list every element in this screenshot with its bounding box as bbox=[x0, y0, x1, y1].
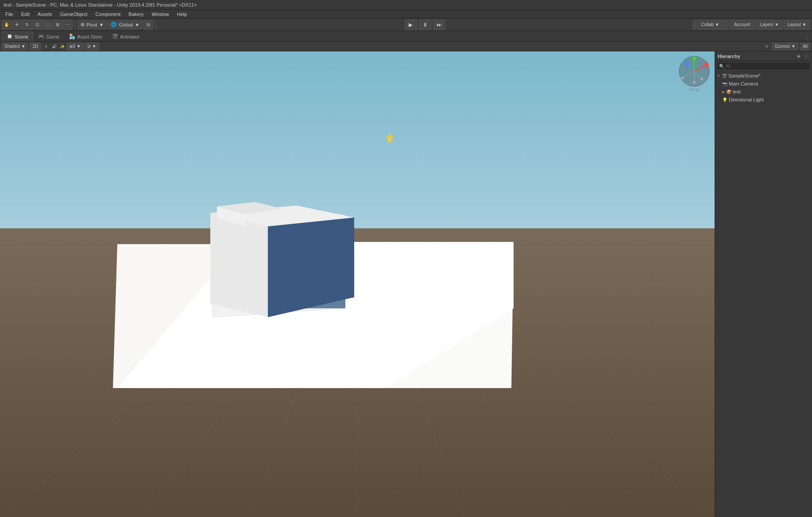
dimension-dropdown[interactable]: 2D bbox=[30, 43, 41, 51]
transform-tools: ✋ ✛ ↻ ⊡ ⬚ ⊞ ⋯ bbox=[2, 20, 73, 30]
hier-item-directional-light[interactable]: 💡 Directional Light bbox=[715, 96, 812, 104]
light-icon: 💡 bbox=[722, 97, 727, 102]
scene-fx-btn[interactable]: ✨ bbox=[58, 43, 66, 50]
title-bar: test - SampleScene - PC, Mac & Linux Sta… bbox=[0, 0, 812, 10]
gizmos-arrow: ▼ bbox=[791, 44, 796, 49]
layers-button[interactable]: Layers ▼ bbox=[756, 20, 783, 30]
sep2 bbox=[155, 20, 156, 29]
scene-viewport[interactable]: ✦ ☀ Z Y X bbox=[0, 51, 715, 517]
scene-audio-btn[interactable]: 🔊 bbox=[50, 43, 58, 50]
scene-toolbar: Shaded ▼ 2D ☀ 🔊 ✨ ⊕0▼ ⊘▼ ✕ Gizmos ▼ All bbox=[0, 42, 812, 51]
tool-custom[interactable]: ⋯ bbox=[63, 20, 73, 30]
menu-assets[interactable]: Assets bbox=[34, 11, 56, 18]
svg-text:X: X bbox=[705, 60, 708, 64]
menu-component[interactable]: Component bbox=[92, 11, 124, 18]
hierarchy-menu-btn[interactable]: ⋮ bbox=[802, 53, 809, 60]
global-dropdown[interactable]: 🌐 Global ▼ bbox=[108, 20, 143, 29]
game-tab-icon: 🎮 bbox=[38, 34, 44, 39]
hier-item-samplescene[interactable]: ▼ 🎬 SampleScene* bbox=[715, 72, 812, 80]
tool-transform[interactable]: ⊞ bbox=[53, 20, 62, 30]
all-dropdown[interactable]: All bbox=[800, 43, 810, 51]
hier-item-main-camera[interactable]: 📷 Main Camera bbox=[715, 80, 812, 88]
collab-button[interactable]: Collab ▼ bbox=[692, 20, 728, 30]
game-tab-label: Game bbox=[46, 34, 59, 39]
scene-icon: 🎬 bbox=[722, 74, 727, 78]
hierarchy-tree: ▼ 🎬 SampleScene* 📷 Main Camera ▶ 📦 test … bbox=[715, 71, 812, 517]
hierarchy-add-btn[interactable]: + bbox=[797, 53, 800, 60]
gizmos-label: Gizmos bbox=[775, 44, 790, 49]
svg-point-47 bbox=[681, 77, 684, 79]
global-icon: 🌐 bbox=[111, 22, 117, 27]
svg-text:Y: Y bbox=[693, 55, 696, 58]
layout-button[interactable]: Layout ▼ bbox=[784, 20, 810, 30]
svg-text:☀: ☀ bbox=[385, 135, 394, 147]
menu-window[interactable]: Window bbox=[148, 11, 173, 18]
hierarchy-header: Hierarchy + ⋮ bbox=[715, 51, 812, 61]
shading-dropdown[interactable]: Shaded ▼ bbox=[2, 43, 28, 51]
pivot-dropdown[interactable]: ⊕ Pivot ▼ bbox=[77, 20, 107, 29]
tab-game[interactable]: 🎮 Game bbox=[33, 31, 64, 41]
account-button[interactable]: Account bbox=[729, 20, 755, 30]
tab-scene[interactable]: 🔲 Scene bbox=[2, 31, 33, 41]
title-text: test - SampleScene - PC, Mac & Linux Sta… bbox=[4, 2, 197, 8]
hier-item-test[interactable]: ▶ 📦 test bbox=[715, 88, 812, 96]
animator-tab-icon: 🎬 bbox=[112, 34, 118, 39]
toolbar-right: Collab ▼ Account Layers ▼ Layout ▼ bbox=[692, 20, 810, 30]
menu-edit[interactable]: Edit bbox=[18, 11, 33, 18]
tab-animator[interactable]: 🎬 Animator bbox=[107, 31, 144, 41]
asset-store-tab-label: Asset Store bbox=[77, 34, 102, 39]
gizmos-dropdown[interactable]: Gizmos ▼ bbox=[772, 43, 798, 51]
scene-tab-label: Scene bbox=[15, 34, 28, 39]
global-arrow: ▼ bbox=[135, 22, 139, 27]
main-layout: ✦ ☀ Z Y X bbox=[0, 51, 812, 517]
asset-store-tab-icon: 🏪 bbox=[69, 34, 75, 39]
extra-tool[interactable]: ⊟ bbox=[143, 20, 153, 30]
gizmo-svg: Z Y X bbox=[678, 55, 711, 88]
hierarchy-search-placeholder: All bbox=[726, 64, 731, 69]
animator-tab-label: Animator bbox=[120, 34, 139, 39]
scene-tab-icon: 🔲 bbox=[7, 34, 13, 39]
tool-scale[interactable]: ⊡ bbox=[32, 20, 42, 30]
scene-extra2-dropdown[interactable]: ⊘▼ bbox=[85, 43, 99, 51]
camera-icon: 📷 bbox=[722, 82, 727, 86]
hierarchy-header-btns: + ⋮ bbox=[797, 53, 809, 60]
scene-view-controls: ☀ 🔊 ✨ ⊕0▼ ⊘▼ bbox=[43, 43, 99, 51]
tool-hand[interactable]: ✋ bbox=[2, 20, 12, 30]
test-arrow: ▶ bbox=[722, 90, 725, 94]
tool-rect[interactable]: ⬚ bbox=[43, 20, 52, 30]
play-controls: ▶ ⏸ ⏭ bbox=[158, 19, 692, 30]
all-label: All bbox=[803, 44, 808, 49]
svg-marker-26 bbox=[210, 213, 268, 317]
scene-toolbar-right: ✕ Gizmos ▼ All bbox=[763, 43, 810, 51]
svg-text:Z: Z bbox=[684, 59, 686, 63]
svg-point-45 bbox=[693, 81, 696, 84]
test-icon: 📦 bbox=[726, 89, 731, 94]
menu-help[interactable]: Help bbox=[174, 11, 191, 18]
hier-test-label: test bbox=[733, 89, 741, 94]
shading-label: Shaded bbox=[4, 44, 19, 49]
pivot-arrow: ▼ bbox=[99, 22, 104, 27]
expand-arrow: ▼ bbox=[717, 74, 720, 78]
menu-bar: File Edit Assets GameObject Component Ba… bbox=[0, 10, 812, 19]
shading-arrow: ▼ bbox=[21, 44, 25, 49]
pause-button[interactable]: ⏸ bbox=[419, 19, 431, 30]
scene-light-btn[interactable]: ☀ bbox=[43, 43, 50, 50]
scene-extra-dropdown[interactable]: ⊕0▼ bbox=[66, 43, 83, 51]
menu-gameobject[interactable]: GameObject bbox=[57, 11, 91, 18]
close-scene-btn[interactable]: ✕ bbox=[763, 43, 770, 50]
hier-samplescene-label: SampleScene* bbox=[728, 73, 761, 78]
hierarchy-title: Hierarchy bbox=[718, 54, 740, 59]
tabs-menu-btn[interactable]: ⋮ bbox=[803, 34, 810, 41]
hierarchy-search-bar[interactable]: 🔍 All bbox=[717, 62, 810, 70]
scene-svg: ✦ ☀ bbox=[0, 51, 715, 517]
menu-bakery[interactable]: Bakery bbox=[125, 11, 147, 18]
search-icon: 🔍 bbox=[719, 64, 724, 69]
scene-gizmo[interactable]: Z Y X Persp bbox=[678, 55, 711, 88]
tab-asset-store[interactable]: 🏪 Asset Store bbox=[64, 31, 107, 41]
menu-file[interactable]: File bbox=[2, 11, 17, 18]
tool-move[interactable]: ✛ bbox=[12, 20, 22, 30]
step-button[interactable]: ⏭ bbox=[433, 19, 445, 30]
tabs-bar: 🔲 Scene 🎮 Game 🏪 Asset Store 🎬 Animator … bbox=[0, 31, 812, 42]
play-button[interactable]: ▶ bbox=[405, 19, 417, 30]
tool-rotate[interactable]: ↻ bbox=[22, 20, 32, 30]
